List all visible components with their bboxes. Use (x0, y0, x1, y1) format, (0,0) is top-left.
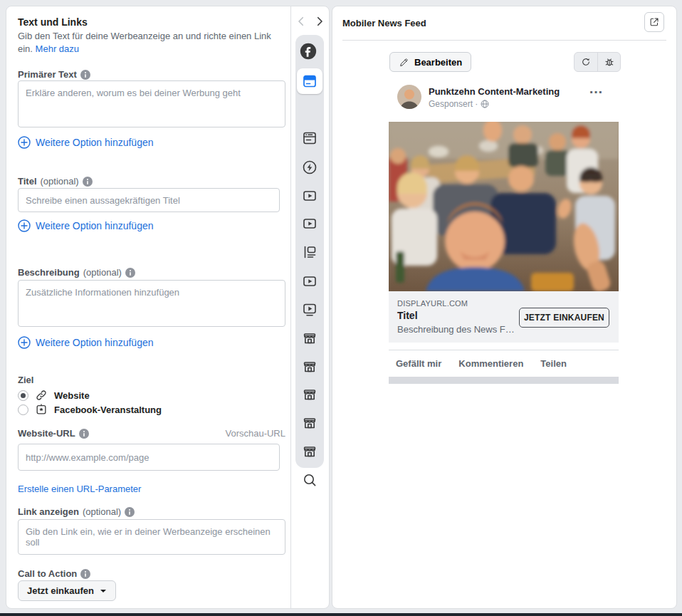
avatar[interactable] (397, 85, 421, 109)
share-button[interactable]: Teilen (540, 358, 567, 369)
placement-in-stream-video[interactable] (301, 301, 318, 318)
comment-button[interactable]: Kommentieren (458, 358, 523, 369)
placement-instant-articles[interactable] (301, 159, 318, 176)
open-preview-button[interactable] (644, 12, 664, 32)
placement-marketplace[interactable] (301, 386, 318, 403)
ad-image (389, 122, 619, 291)
panel-subtitle: Gib den Text für deine Werbeanzeige an u… (18, 30, 274, 56)
divider (342, 40, 666, 41)
destination-label: Ziel (18, 375, 285, 385)
add-description-option[interactable]: Weitere Option hinzufügen (18, 336, 285, 349)
globe-icon (481, 100, 489, 108)
post-actions: Gefällt mir Kommentieren Teilen (396, 358, 567, 369)
plus-circle-icon (18, 219, 31, 232)
bug-icon (604, 56, 615, 68)
post-menu-button[interactable]: … (589, 80, 604, 97)
radio-selected[interactable] (18, 390, 28, 401)
website-url-label: Website-URL (18, 428, 89, 439)
placement-marketplace[interactable] (301, 443, 318, 460)
placement-desktop-news-feed[interactable] (301, 130, 318, 147)
destination-option-website[interactable]: Website (18, 388, 285, 402)
placement-video-feed[interactable] (301, 273, 318, 290)
sponsored-label: Gesponsert · (429, 99, 489, 109)
website-url-input[interactable] (18, 444, 280, 471)
placement-right-column[interactable] (301, 244, 318, 261)
chevron-down-icon (100, 588, 107, 595)
primary-text-input[interactable] (18, 80, 285, 127)
add-title-option[interactable]: Weitere Option hinzufügen (18, 219, 285, 232)
link-icon (34, 388, 48, 402)
divider (389, 350, 619, 350)
title-input[interactable] (18, 188, 280, 212)
like-button[interactable]: Gefällt mir (396, 358, 441, 369)
placement-marketplace[interactable] (301, 414, 318, 432)
description-label: Beschreibung (optional) (18, 267, 285, 278)
destination-option-event[interactable]: Facebook-Veranstaltung (18, 402, 285, 417)
ad-description: Beschreibung des News F… (397, 324, 515, 335)
edit-button[interactable]: Bearbeiten (389, 52, 471, 72)
text-and-links-panel: Text und Links [data-name="panel-title"]… (6, 6, 330, 609)
display-link-input[interactable] (18, 519, 285, 555)
info-icon[interactable] (79, 429, 89, 439)
search-icon[interactable] (301, 471, 318, 489)
preview-url-label[interactable]: Vorschau-URL (225, 428, 285, 439)
radio-unselected[interactable] (18, 404, 28, 415)
ad-headline: Titel (397, 310, 418, 321)
ad-cta-button[interactable]: JETZT EINKAUFEN (519, 308, 609, 328)
placement-video-feed[interactable] (301, 215, 318, 232)
preview-nav (291, 15, 330, 28)
placement-icon-strip (295, 35, 324, 468)
chevron-right-icon[interactable] (313, 15, 326, 28)
placement-video-feed[interactable] (301, 187, 318, 204)
placement-marketplace[interactable] (301, 358, 318, 375)
info-icon[interactable] (80, 569, 90, 579)
panel-title: Text und Links (18, 16, 285, 28)
url-parameter-link[interactable]: Erstelle einen URL-Parameter (18, 484, 285, 494)
external-link-icon (649, 16, 660, 28)
preview-tools (574, 52, 621, 72)
cta-dropdown[interactable]: Jetzt einkaufen (18, 580, 116, 601)
info-icon[interactable] (80, 70, 90, 80)
refresh-button[interactable] (575, 53, 597, 71)
learn-more-link[interactable]: Mehr dazu (36, 43, 79, 54)
plus-circle-icon (18, 136, 31, 149)
display-link-label: Link anzeigen (optional) (18, 506, 285, 517)
cta-label: Call to Action (18, 568, 285, 579)
debug-button[interactable] (597, 53, 620, 71)
preview-panel: Mobiler News Feed Bearbeiten (332, 6, 677, 609)
plus-circle-icon (18, 336, 31, 349)
description-input[interactable] (18, 280, 285, 327)
facebook-logo-icon[interactable] (300, 43, 320, 63)
info-icon[interactable] (125, 507, 135, 517)
pencil-icon (399, 57, 409, 68)
mobile-news-feed-icon (301, 73, 318, 90)
placement-mobile-news-feed[interactable] (297, 68, 322, 94)
title-label: Titel (optional) (18, 176, 285, 187)
chevron-left-icon[interactable] (295, 15, 308, 28)
link-card: DISPLAYURL.COM Titel Beschreibung des Ne… (389, 291, 619, 343)
display-url: DISPLAYURL.COM (397, 299, 468, 308)
placement-toolbar (290, 6, 329, 608)
scroll-placeholder (389, 377, 619, 384)
page-name[interactable]: Punktzehn Content-Marketing (429, 86, 560, 97)
bottom-section-edge (0, 613, 682, 616)
info-icon[interactable] (125, 268, 135, 278)
event-icon (34, 402, 48, 417)
preview-title: Mobiler News Feed (342, 18, 426, 28)
add-primary-text-option[interactable]: Weitere Option hinzufügen (18, 136, 285, 149)
placement-marketplace[interactable] (301, 330, 318, 347)
website-url-row: Website-URL Vorschau-URL (18, 428, 285, 439)
info-icon[interactable] (83, 177, 93, 187)
refresh-icon (580, 56, 592, 68)
primary-text-label: Primärer Text (18, 69, 285, 80)
